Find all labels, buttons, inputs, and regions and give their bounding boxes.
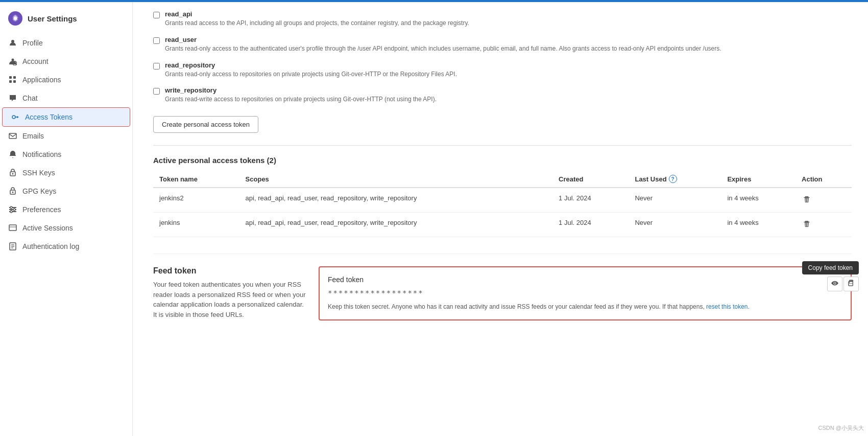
token-name-cell: jenkins2 (153, 188, 239, 213)
sidebar-item-label: GPG Keys (22, 187, 56, 195)
last-used-info-icon[interactable]: ? (669, 175, 677, 183)
scope-desc-read_repository: Grants read-only access to repositories … (165, 70, 457, 79)
sidebar-item-access-tokens[interactable]: Access Tokens (2, 107, 130, 127)
sidebar-item-profile[interactable]: Profile (0, 34, 132, 52)
col-token-name: Token name (153, 171, 239, 188)
svg-rect-10 (9, 133, 16, 139)
account-icon: + (8, 57, 17, 66)
scope-read_repository: read_repository Grants read-only access … (153, 57, 852, 83)
email-icon (8, 131, 17, 141)
sidebar-item-emails[interactable]: Emails (0, 127, 132, 145)
sidebar-item-chat[interactable]: Chat (0, 89, 132, 107)
token-name-cell: jenkins (153, 213, 239, 237)
sidebar-item-account[interactable]: + Account (0, 52, 132, 71)
delete-token-button-1[interactable] (802, 219, 812, 231)
log-icon (8, 242, 17, 251)
sessions-icon (8, 223, 17, 233)
bell-icon (8, 150, 17, 159)
col-scopes: Scopes (239, 171, 552, 188)
feed-token-section: Feed token Your feed token authenticates… (153, 254, 852, 320)
sidebar-item-label: Notifications (22, 150, 61, 158)
token-last-used-cell: Never (629, 188, 721, 213)
user-icon (8, 38, 17, 48)
svg-text:+: + (14, 61, 17, 66)
scope-checkbox-write_repository[interactable] (153, 88, 160, 95)
svg-point-12 (12, 173, 14, 175)
prefs-icon (8, 205, 17, 214)
scope-checkbox-read_api[interactable] (153, 12, 160, 18)
scope-label-read_user: read_user (165, 36, 721, 43)
ssh-icon (8, 168, 17, 177)
svg-rect-5 (9, 76, 12, 79)
gpg-icon (8, 187, 17, 196)
svg-rect-6 (13, 76, 16, 79)
create-token-button[interactable]: Create personal access token (153, 116, 258, 133)
key-icon (11, 112, 20, 122)
svg-point-20 (10, 211, 12, 213)
svg-point-14 (12, 192, 14, 193)
token-action-cell (795, 188, 852, 213)
copy-icon-button[interactable] (843, 277, 859, 291)
delete-token-button-0[interactable] (802, 194, 812, 206)
scope-label-read_repository: read_repository (165, 61, 457, 69)
token-last-used-cell: Never (629, 213, 721, 237)
sidebar-item-label: Access Tokens (25, 113, 73, 121)
feed-token-left-title: Feed token (153, 266, 306, 276)
sidebar-item-label: Chat (22, 94, 38, 102)
col-action: Action (795, 171, 852, 188)
watermark: CSDN @小吴头大 (818, 424, 864, 432)
sidebar-item-label: Applications (22, 76, 61, 84)
token-icon-buttons (827, 277, 859, 291)
sidebar-item-applications[interactable]: Applications (0, 71, 132, 89)
scope-read_api: read_api Grants read access to the API, … (153, 6, 852, 32)
token-scopes-cell: api, read_api, read_user, read_repositor… (239, 188, 552, 213)
token-scopes-cell: api, read_api, read_user, read_repositor… (239, 213, 552, 237)
sidebar-item-ssh-keys[interactable]: SSH Keys (0, 164, 132, 182)
svg-point-18 (10, 206, 12, 209)
table-row: jenkins api, read_api, read_user, read_r… (153, 213, 852, 237)
scopes-section: read_api Grants read access to the API, … (153, 2, 852, 237)
feed-token-left: Feed token Your feed token authenticates… (153, 266, 306, 320)
svg-point-9 (12, 116, 15, 119)
sidebar: User Settings Profile + Account Applicat… (0, 2, 133, 436)
token-expires-cell: in 4 weeks (721, 213, 795, 237)
settings-logo-icon (8, 11, 22, 26)
feed-token-right: Feed token ****************** Keep this … (319, 266, 852, 320)
feed-token-left-desc: Your feed token authenticates you when y… (153, 280, 306, 319)
copy-feed-token-button[interactable]: Copy feed token (802, 261, 859, 274)
token-created-cell: 1 Jul. 2024 (552, 188, 629, 213)
sidebar-header: User Settings (0, 6, 132, 34)
main-content: read_api Grants read access to the API, … (133, 2, 868, 436)
scope-label-read_api: read_api (165, 10, 469, 18)
scope-checkbox-read_user[interactable] (153, 37, 160, 44)
sidebar-item-label: Account (22, 57, 49, 65)
sidebar-item-active-sessions[interactable]: Active Sessions (0, 219, 132, 237)
svg-rect-7 (9, 80, 12, 83)
chat-icon (8, 94, 17, 103)
scope-read_user: read_user Grants read-only access to the… (153, 32, 852, 57)
col-created: Created (552, 171, 629, 188)
col-last-used: Last Used ? (629, 171, 721, 188)
table-row: jenkins2 api, read_api, read_user, read_… (153, 188, 852, 213)
apps-icon (8, 75, 17, 84)
svg-point-19 (13, 209, 15, 211)
scope-label-write_repository: write_repository (165, 86, 437, 94)
sidebar-item-label: Profile (22, 39, 43, 47)
feed-token-actions: Copy feed token (802, 261, 859, 291)
sidebar-item-gpg-keys[interactable]: GPG Keys (0, 182, 132, 200)
svg-rect-21 (9, 225, 16, 231)
sidebar-item-auth-log[interactable]: Authentication log (0, 237, 132, 256)
svg-rect-8 (13, 80, 16, 83)
eye-icon-button[interactable] (827, 277, 842, 291)
sidebar-item-label: Preferences (22, 205, 61, 214)
sidebar-item-notifications[interactable]: Notifications (0, 145, 132, 164)
sidebar-item-preferences[interactable]: Preferences (0, 200, 132, 219)
scope-desc-write_repository: Grants read-write access to repositories… (165, 95, 437, 104)
sidebar-item-label: Emails (22, 132, 44, 140)
sidebar-item-label: Authentication log (22, 242, 79, 250)
token-action-cell (795, 213, 852, 237)
feed-token-value: ****************** (328, 289, 842, 297)
reset-token-link[interactable]: reset this token. (706, 303, 750, 310)
scope-checkbox-read_repository[interactable] (153, 63, 160, 70)
sidebar-item-label: SSH Keys (22, 169, 55, 177)
